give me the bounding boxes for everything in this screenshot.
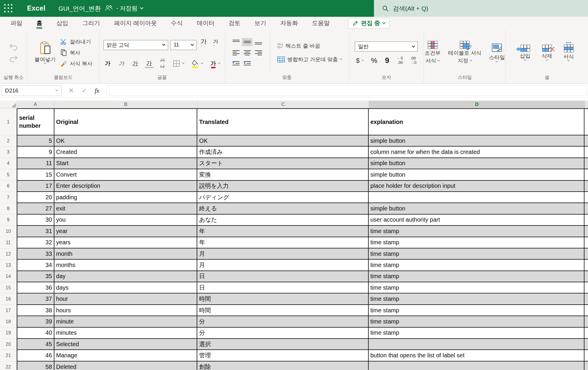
cell-e-sliver[interactable] (584, 237, 588, 248)
fill-color-button[interactable] (191, 59, 204, 68)
formula-input[interactable] (109, 85, 587, 96)
align-center-button[interactable] (242, 49, 253, 57)
cell-explanation[interactable]: time stamp (369, 226, 584, 237)
copy-button[interactable]: 복사 (59, 49, 93, 57)
cell-explanation[interactable]: simple button (369, 158, 584, 169)
align-middle-button[interactable] (242, 38, 253, 46)
cell-e-sliver[interactable] (584, 147, 588, 158)
row-header[interactable]: 6 (0, 181, 17, 192)
row-header[interactable]: 22 (0, 361, 17, 370)
cell-translated[interactable]: 月 (197, 260, 368, 271)
confirm-entry-button[interactable]: ✓ (81, 87, 87, 94)
strikethrough-button[interactable]: 가나 (159, 57, 166, 70)
format-as-table-button[interactable]: 테이블로 서식 지정 (446, 40, 483, 65)
cell-original[interactable]: padding (54, 192, 198, 203)
cell-serial[interactable]: 11 (17, 158, 54, 169)
save-status[interactable]: - 저장됨 (116, 4, 143, 12)
cell-original[interactable]: Start (54, 158, 198, 169)
delete-cells-button[interactable]: 삭제 (540, 44, 554, 61)
cell-serial[interactable]: 39 (17, 316, 54, 327)
column-header-a[interactable]: A (17, 101, 54, 108)
cell-b1[interactable]: Original (54, 108, 198, 135)
cell-original[interactable]: Created (54, 147, 198, 158)
cell-e1-sliver[interactable] (584, 108, 588, 135)
underline-button[interactable]: 가 (131, 59, 140, 68)
cell-original[interactable]: day (54, 271, 198, 282)
currency-format-button[interactable]: $ (355, 56, 365, 65)
align-right-button[interactable] (253, 49, 264, 57)
cell-serial[interactable]: 9 (17, 147, 54, 158)
editing-mode-button[interactable]: 편집 중 (348, 18, 390, 29)
increase-indent-button[interactable] (242, 59, 253, 67)
cell-translated[interactable]: 説明を入力 (197, 181, 368, 192)
column-header-b[interactable]: B (54, 101, 198, 108)
cell-translated[interactable]: パディング (197, 192, 368, 203)
cell-original[interactable]: exit (54, 203, 198, 214)
bold-button[interactable]: 가 (103, 59, 112, 68)
row-header[interactable]: 18 (0, 316, 17, 327)
share-people-icon[interactable] (104, 5, 113, 12)
format-cells-button[interactable]: 서식 (562, 44, 576, 62)
cell-explanation[interactable]: time stamp (369, 282, 584, 293)
cell-explanation[interactable]: time stamp (369, 316, 584, 327)
ribbon-tab-보기[interactable]: 보기 (248, 17, 273, 29)
cell-explanation[interactable]: button that opens the list of label set (369, 350, 584, 361)
cell-translated[interactable]: 分 (197, 316, 368, 327)
align-left-button[interactable] (231, 49, 241, 57)
cell-explanation[interactable]: time stamp (369, 305, 584, 316)
row-header[interactable]: 8 (0, 203, 17, 214)
cell-original[interactable]: minutes (54, 328, 198, 339)
cell-serial[interactable]: 34 (17, 260, 54, 271)
cell-original[interactable]: Enter description (54, 181, 198, 192)
cell-translated[interactable]: あなた (197, 215, 368, 226)
cell-e-sliver[interactable] (584, 305, 588, 316)
file-name[interactable]: GUI_언어_변환 (59, 4, 101, 13)
row-header[interactable]: 11 (0, 237, 17, 248)
cell-translated[interactable]: 年 (197, 226, 368, 237)
ribbon-tab-데이터[interactable]: 데이터 (190, 17, 222, 29)
cell-serial[interactable]: 36 (17, 282, 54, 293)
cell-original[interactable]: Deleted (54, 361, 198, 370)
row-header[interactable]: 14 (0, 271, 17, 282)
cell-original[interactable]: OK (54, 135, 198, 147)
cell-translated[interactable]: 日 (197, 282, 368, 293)
cell-translated[interactable]: 管理 (197, 350, 368, 361)
ribbon-tab-삽입[interactable]: 삽입 (49, 17, 75, 29)
cell-serial[interactable]: 20 (17, 192, 54, 203)
cell-d1[interactable]: explanation (369, 108, 584, 135)
borders-button[interactable] (172, 59, 185, 68)
cell-original[interactable]: years (54, 237, 198, 248)
wrap-text-button[interactable]: 가나 다↵ 텍스트 줄 바꿈 (276, 42, 343, 50)
cell-explanation[interactable]: time stamp (369, 237, 584, 248)
ribbon-tab-자동화[interactable]: 자동화 (273, 17, 305, 29)
percent-format-button[interactable]: % (370, 56, 379, 65)
cell-original[interactable]: Manage (54, 350, 198, 361)
ribbon-tab-파일[interactable]: 파일 (4, 17, 29, 29)
cell-original[interactable]: months (54, 260, 198, 271)
cell-e-sliver[interactable] (584, 215, 588, 226)
cell-e-sliver[interactable] (584, 248, 588, 260)
search-input[interactable]: 검색(Alt + Q) (374, 0, 588, 17)
cell-original[interactable]: you (54, 215, 198, 226)
cell-explanation[interactable]: user account authority part (369, 215, 584, 226)
cell-translated[interactable]: 分 (197, 328, 368, 339)
increase-decimal-button[interactable]: ←0 .00 (395, 56, 404, 65)
cell-serial[interactable]: 58 (17, 361, 54, 370)
cell-explanation[interactable]: time stamp (369, 248, 584, 260)
cell-e-sliver[interactable] (584, 361, 588, 370)
row-header[interactable]: 16 (0, 293, 17, 305)
cell-serial[interactable]: 30 (17, 215, 54, 226)
cell-serial[interactable]: 17 (17, 181, 54, 192)
cell-serial[interactable]: 45 (17, 339, 54, 350)
cell-serial[interactable]: 46 (17, 350, 54, 361)
insert-function-button[interactable]: fx (95, 87, 99, 94)
ribbon-tab-페이지 레이아웃[interactable]: 페이지 레이아웃 (107, 17, 164, 29)
cell-serial[interactable]: 5 (17, 135, 54, 147)
cell-serial[interactable]: 40 (17, 328, 54, 339)
cell-e-sliver[interactable] (584, 135, 588, 147)
cell-original[interactable]: hour (54, 293, 198, 305)
cell-e-sliver[interactable] (584, 293, 588, 305)
cell-a1[interactable]: serial number (17, 108, 54, 135)
app-name[interactable]: Excel (27, 4, 46, 12)
cell-translated[interactable]: 年 (197, 237, 368, 248)
